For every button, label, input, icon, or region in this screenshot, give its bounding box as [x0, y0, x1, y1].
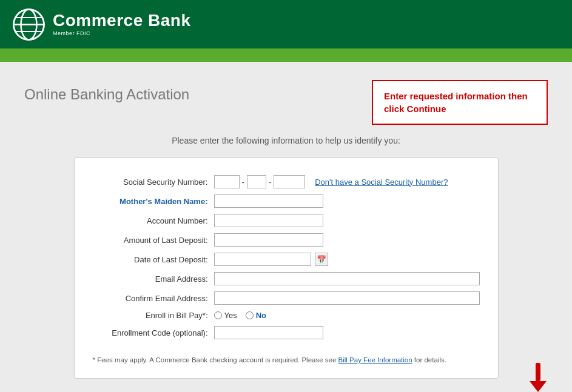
- confirm-email-label: Confirm Email Address:: [93, 294, 214, 303]
- ssn-group: - - Don't have a Social Security Number?: [214, 175, 448, 188]
- page-title: Online Banking Activation: [24, 86, 189, 103]
- bill-pay-radio-group: Yes No: [214, 311, 267, 320]
- enrollment-code-label: Enrollment Code (optional):: [93, 328, 214, 337]
- confirm-email-input[interactable]: [214, 291, 480, 305]
- maiden-name-label: Mother's Maiden Name:: [93, 197, 214, 206]
- ssn-link[interactable]: Don't have a Social Security Number?: [315, 178, 448, 187]
- bill-pay-label: Enroll in Bill Pay*:: [93, 311, 214, 320]
- info-box: Enter requested information then click C…: [372, 80, 548, 125]
- last-deposit-input[interactable]: [214, 233, 323, 247]
- arrow-head: [530, 381, 547, 392]
- email-input[interactable]: [214, 272, 480, 285]
- last-deposit-row: Amount of Last Deposit:: [93, 233, 480, 247]
- confirm-email-row: Confirm Email Address:: [93, 291, 480, 305]
- form-card: Social Security Number: - - Don't have a…: [74, 158, 499, 379]
- last-deposit-label: Amount of Last Deposit:: [93, 236, 214, 245]
- main-content: Online Banking Activation Enter requeste…: [0, 62, 572, 392]
- date-deposit-input[interactable]: [214, 253, 311, 266]
- date-group: 📅: [214, 253, 328, 266]
- bill-pay-yes-radio[interactable]: [214, 311, 222, 319]
- arrow-shaft: [536, 363, 540, 381]
- page-header: Commerce Bank Member FDIC: [0, 0, 572, 48]
- instruction-text: Please enter the following information t…: [24, 136, 548, 145]
- footnote: * Fees may apply. A Commerce Bank checki…: [93, 350, 480, 364]
- account-number-input[interactable]: [214, 214, 323, 227]
- account-number-label: Account Number:: [93, 216, 214, 225]
- bill-pay-fee-link[interactable]: Bill Pay Fee Information: [338, 356, 412, 364]
- member-fdic: Member FDIC: [53, 30, 190, 36]
- bill-pay-yes-label[interactable]: Yes: [214, 311, 237, 320]
- ssn-part1-input[interactable]: [214, 175, 240, 188]
- ssn-part2-input[interactable]: [247, 175, 266, 188]
- bill-pay-row: Enroll in Bill Pay*: Yes No: [93, 311, 480, 320]
- calendar-icon[interactable]: 📅: [315, 253, 328, 266]
- maiden-name-row: Mother's Maiden Name:: [93, 194, 480, 208]
- email-row: Email Address:: [93, 272, 480, 285]
- arrow-indicator: [530, 363, 547, 392]
- account-number-row: Account Number:: [93, 214, 480, 227]
- maiden-name-input[interactable]: [214, 194, 323, 208]
- enrollment-code-input[interactable]: [214, 326, 323, 339]
- bank-name-block: Commerce Bank Member FDIC: [53, 12, 190, 36]
- date-deposit-label: Date of Last Deposit:: [93, 255, 214, 264]
- ssn-label: Social Security Number:: [93, 178, 214, 187]
- bill-pay-no-radio[interactable]: [246, 311, 254, 319]
- ssn-row: Social Security Number: - - Don't have a…: [93, 175, 480, 188]
- accent-bar: [0, 48, 572, 62]
- logo: Commerce Bank Member FDIC: [12, 8, 190, 41]
- email-label: Email Address:: [93, 274, 214, 284]
- date-deposit-row: Date of Last Deposit: 📅: [93, 253, 480, 266]
- bill-pay-no-label[interactable]: No: [246, 311, 266, 320]
- ssn-part3-input[interactable]: [274, 175, 305, 188]
- enrollment-code-row: Enrollment Code (optional):: [93, 326, 480, 339]
- bank-name: Commerce Bank: [53, 12, 190, 29]
- title-row: Online Banking Activation Enter requeste…: [24, 80, 548, 125]
- globe-icon: [12, 8, 45, 41]
